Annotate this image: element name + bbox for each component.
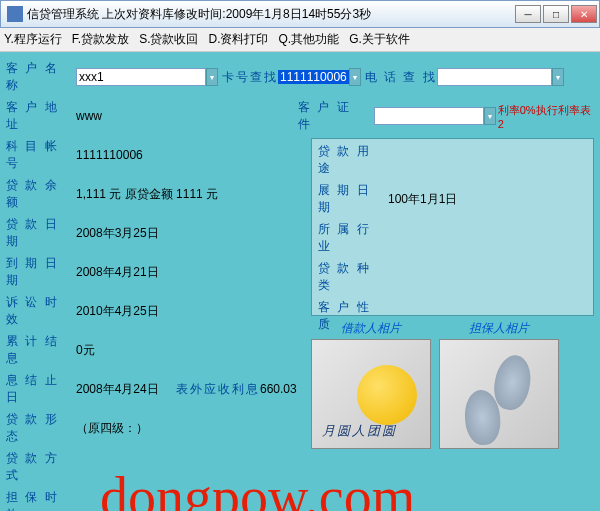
label-lawsuit: 诉 讼 时 效 <box>6 294 76 328</box>
interest-value: 0元 <box>76 342 95 359</box>
minimize-button[interactable]: ─ <box>515 5 541 23</box>
duedate-value: 2008年4月21日 <box>76 264 159 281</box>
label-custid: 客 户 证 件 <box>298 99 368 133</box>
loandate-value: 2008年3月25日 <box>76 225 159 242</box>
moon-icon <box>357 365 417 425</box>
menu-about[interactable]: G.关于软件 <box>349 31 410 48</box>
app-icon <box>7 6 23 22</box>
menu-other[interactable]: Q.其他功能 <box>278 31 339 48</box>
guarantor-photo[interactable] <box>439 339 559 449</box>
balance-value: 1,111 元 原贷金额 1111 元 <box>76 186 218 203</box>
label-offbalance: 表外应收利息 <box>176 381 260 398</box>
loanform-value: （原四级：） <box>76 420 148 437</box>
label-loanform: 贷 款 形 态 <box>6 411 76 445</box>
custname-dropdown[interactable]: ▾ <box>206 68 218 86</box>
close-button[interactable]: ✕ <box>571 5 597 23</box>
cardno-value[interactable]: 1111110006 <box>278 70 349 84</box>
window-title: 信贷管理系统 上次对资料库修改时间:2009年1月8日14时55分3秒 <box>27 6 515 23</box>
menu-loan-recover[interactable]: S.贷款收回 <box>139 31 198 48</box>
extdate-value: 100年1月1日 <box>388 191 457 208</box>
menu-run[interactable]: Y.程序运行 <box>4 31 62 48</box>
label-loandate: 贷 款 日 期 <box>6 216 76 250</box>
label-loanmethod: 贷 款 方 式 <box>6 450 76 484</box>
intdate-value: 2008年4月24日 <box>76 381 176 398</box>
photo1-label: 借款人相片 <box>311 320 431 337</box>
label-intdate: 息 结 止 日 <box>6 372 76 406</box>
custid-dropdown[interactable]: ▾ <box>484 107 496 125</box>
phone-dropdown[interactable]: ▾ <box>552 68 564 86</box>
custaddr-value: www <box>76 109 298 123</box>
menu-bar: Y.程序运行 F.贷款发放 S.贷款收回 D.资料打印 Q.其他功能 G.关于软… <box>0 28 600 52</box>
label-loantype: 贷 款 种 类 <box>318 260 388 294</box>
label-custname: 客 户 名 称 <box>6 60 76 94</box>
label-loanuse: 贷 款 用 途 <box>318 143 388 177</box>
menu-loan-issue[interactable]: F.贷款发放 <box>72 31 129 48</box>
lawsuit-value: 2010年4月25日 <box>76 303 159 320</box>
label-account: 科 目 帐 号 <box>6 138 76 172</box>
maximize-button[interactable]: □ <box>543 5 569 23</box>
custid-input[interactable] <box>374 107 484 125</box>
label-duedate: 到 期 日 期 <box>6 255 76 289</box>
label-guarantee: 担 保 时 效 <box>6 489 76 511</box>
custname-input[interactable] <box>76 68 206 86</box>
label-extdate: 展 期 日 期 <box>318 182 388 216</box>
account-value: 1111110006 <box>76 148 143 162</box>
label-custaddr: 客 户 地 址 <box>6 99 76 133</box>
label-cardsearch: 卡号查找 <box>222 69 278 86</box>
cardno-dropdown[interactable]: ▾ <box>349 68 361 86</box>
borrower-photo[interactable]: 月圆人团圆 <box>311 339 431 449</box>
label-phonesearch: 电 话 查 找 <box>365 69 437 86</box>
label-industry: 所 属 行 业 <box>318 221 388 255</box>
offbalance-value: 660.03 <box>260 382 297 396</box>
detail-box: 贷 款 用 途 展 期 日 期100年1月1日 所 属 行 业 贷 款 种 类 … <box>311 138 594 316</box>
menu-print[interactable]: D.资料打印 <box>208 31 268 48</box>
photo2-label: 担保人相片 <box>439 320 559 337</box>
watermark: dongpow.com <box>100 465 415 511</box>
label-balance: 贷 款 余 额 <box>6 177 76 211</box>
rate-note: 利率0%执行利率表2 <box>498 103 594 130</box>
phone-input[interactable] <box>437 68 552 86</box>
label-interest: 累 计 结 息 <box>6 333 76 367</box>
moon-text: 月圆人团圆 <box>322 422 397 440</box>
